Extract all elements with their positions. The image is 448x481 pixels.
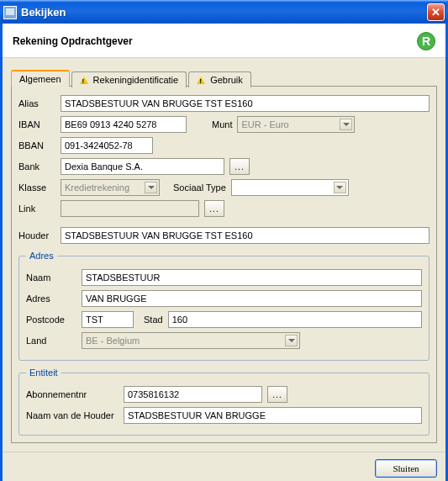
- land-value: BE - Belgium: [86, 336, 140, 346]
- postcode-field[interactable]: [82, 311, 134, 328]
- tab-gebruik[interactable]: Gebruik: [188, 71, 251, 87]
- label-land: Land: [26, 336, 76, 346]
- label-sociaal-type: Sociaal Type: [173, 182, 226, 193]
- label-abonnementnr: Abonnementnr: [26, 389, 119, 399]
- munt-select[interactable]: EUR - Euro: [237, 116, 355, 133]
- tab-pane-algemeen: Alias IBAN Munt EUR - Euro BBAN Bank ...: [11, 86, 437, 443]
- window-body: Rekening Opdrachtgever R Algemeen Rekeni…: [0, 24, 448, 481]
- close-icon[interactable]: ✕: [427, 3, 445, 21]
- label-naam: Naam: [26, 272, 76, 283]
- label-link: Link: [18, 204, 55, 214]
- entiteit-legend: Entiteit: [26, 367, 61, 378]
- abonnementnr-field[interactable]: [124, 386, 262, 403]
- naam-houder-field[interactable]: [124, 407, 422, 424]
- chevron-down-icon: [285, 335, 298, 346]
- klasse-value: Kredietrekening: [65, 182, 129, 193]
- label-bban: BBAN: [18, 140, 55, 151]
- tab-label: Gebruik: [210, 75, 243, 85]
- label-adres: Adres: [26, 293, 76, 304]
- adres-field[interactable]: [82, 290, 422, 307]
- bank-field[interactable]: [61, 158, 224, 175]
- title-bar: Bekijken ✕: [0, 0, 448, 24]
- land-select[interactable]: BE - Belgium: [82, 332, 300, 349]
- dialog-footer: Sluiten: [3, 452, 445, 481]
- klasse-select[interactable]: Kredietrekening: [61, 179, 160, 196]
- naam-field[interactable]: [82, 269, 422, 286]
- tab-strip: Algemeen Rekeningidentificatie Gebruik: [11, 70, 437, 87]
- warning-icon: [80, 77, 88, 84]
- label-stad: Stad: [144, 314, 163, 325]
- adres-legend: Adres: [26, 251, 57, 261]
- label-naam-houder: Naam van de Houder: [26, 410, 119, 420]
- chevron-down-icon: [145, 182, 157, 193]
- label-iban: IBAN: [18, 119, 55, 130]
- close-button[interactable]: Sluiten: [375, 459, 437, 478]
- link-field[interactable]: [61, 200, 199, 217]
- houder-field[interactable]: [61, 227, 430, 244]
- munt-value: EUR - Euro: [241, 119, 288, 130]
- tab-algemeen[interactable]: Algemeen: [11, 70, 70, 87]
- label-alias: Alias: [18, 98, 55, 108]
- adres-group: Adres Naam Adres Postcode Stad Land: [18, 251, 430, 361]
- label-postcode: Postcode: [26, 314, 76, 325]
- chevron-down-icon: [340, 119, 352, 130]
- bban-field[interactable]: [61, 137, 153, 154]
- entiteit-group: Entiteit Abonnementnr ... Naam van de Ho…: [18, 367, 430, 436]
- window-title: Bekijken: [21, 6, 427, 18]
- alias-field[interactable]: [61, 95, 430, 112]
- dialog-header: Rekening Opdrachtgever R: [3, 24, 445, 58]
- page-title: Rekening Opdrachtgever: [13, 35, 133, 47]
- content-area: Algemeen Rekeningidentificatie Gebruik A…: [3, 58, 445, 452]
- app-icon: [3, 6, 17, 19]
- iban-field[interactable]: [61, 116, 187, 133]
- label-houder: Houder: [18, 230, 55, 240]
- tab-label: Rekeningidentificatie: [93, 75, 179, 85]
- chevron-down-icon: [334, 182, 346, 193]
- label-klasse: Klasse: [18, 182, 55, 193]
- bank-lookup-button[interactable]: ...: [229, 158, 250, 175]
- sociaal-type-select[interactable]: [231, 179, 349, 196]
- label-bank: Bank: [18, 161, 55, 172]
- label-munt: Munt: [212, 119, 232, 130]
- stad-field[interactable]: [168, 311, 422, 328]
- abonnement-lookup-button[interactable]: ...: [267, 386, 287, 403]
- warning-icon: [197, 77, 205, 84]
- tab-label: Algemeen: [19, 74, 61, 84]
- tab-rekeningidentificatie[interactable]: Rekeningidentificatie: [71, 71, 187, 87]
- record-badge: R: [417, 32, 435, 50]
- link-lookup-button[interactable]: ...: [204, 200, 224, 217]
